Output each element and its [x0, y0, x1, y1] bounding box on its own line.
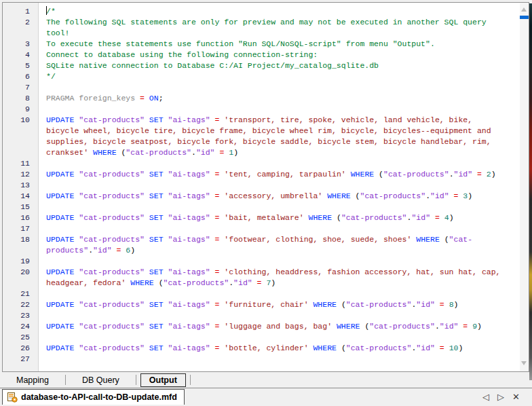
code-row: 24UPDATE "cat-products" SET "ai-tags" = … — [3, 321, 519, 332]
line-number — [3, 245, 30, 256]
token-identifier: "cat- — [449, 235, 473, 244]
token-operator: = — [140, 94, 145, 103]
token-plain — [145, 115, 149, 124]
token-gray: PRAGMA foreign_keys — [46, 94, 140, 103]
line-number: 27 — [3, 354, 30, 365]
code-row: supplies, bicycle seatpost, bicycle fork… — [3, 136, 519, 147]
line-number: 5 — [3, 60, 30, 71]
scroll-down-arrow-icon[interactable] — [521, 361, 527, 365]
code-line: UPDATE "cat-products" SET "ai-tags" = 'b… — [30, 343, 463, 354]
code-line: supplies, bicycle seatpost, bicycle fork… — [30, 136, 491, 147]
token-identifier: "cat-products" — [79, 267, 145, 276]
token-plain: ; — [159, 94, 164, 103]
token-plain — [449, 191, 454, 200]
tab-output[interactable]: Output — [140, 373, 186, 387]
line-number: 6 — [3, 71, 30, 82]
token-identifier: "id" — [440, 322, 459, 331]
scroll-up-arrow-icon[interactable] — [521, 7, 527, 12]
line-number: 13 — [3, 180, 30, 191]
token-keyword: SET — [149, 267, 164, 276]
code-line: PRAGMA foreign_keys = ON; — [30, 93, 164, 104]
token-identifier: "cat-products" — [79, 235, 145, 244]
code-line — [30, 310, 46, 321]
token-plain: ) — [491, 170, 496, 179]
code-line — [30, 289, 46, 299]
token-identifier: "id" — [196, 148, 215, 157]
token-keyword: SET — [149, 115, 164, 124]
token-identifier: "id" — [454, 170, 473, 179]
token-plain — [145, 170, 149, 179]
token-keyword: WHERE — [130, 278, 154, 287]
code-row: 26UPDATE "cat-products" SET "ai-tags" = … — [3, 343, 519, 354]
sql-code-area[interactable]: 1/*2The following SQL statements are onl… — [3, 6, 519, 365]
code-line: SQLite native connection to Database C:/… — [30, 60, 379, 71]
token-comment: SQLite native connection to Database C:/… — [46, 61, 379, 70]
token-plain — [145, 267, 149, 276]
token-plain — [440, 213, 444, 222]
token-keyword: WHERE — [313, 344, 337, 352]
tab-scroll-controls: ◁ ▷ ✕ — [482, 390, 520, 404]
token-plain: ( — [440, 235, 449, 244]
vertical-scrollbar[interactable] — [520, 3, 529, 371]
code-line: UPDATE "cat-products" SET "ai-tags" = 'b… — [30, 213, 454, 223]
line-number: 24 — [3, 321, 30, 332]
token-identifier: "id" — [93, 246, 112, 255]
code-line — [30, 202, 46, 213]
code-row: 21 — [3, 289, 519, 299]
tab-separator — [136, 375, 136, 385]
document-tab-active[interactable]: database-to-API-call-to-DB-update.mfd — [2, 389, 185, 405]
code-row: 23 — [3, 310, 519, 321]
code-line: UPDATE "cat-products" SET "ai-tags" = 'f… — [30, 234, 472, 245]
document-tab-bar: database-to-API-call-to-DB-update.mfd ◁ … — [0, 388, 532, 406]
line-number: 16 — [3, 213, 30, 223]
mapforce-output-window: { "colors": { "accent_scroll_thumb": "#0… — [0, 0, 532, 406]
code-row: 12UPDATE "cat-products" SET "ai-tags" = … — [3, 169, 519, 180]
token-comment: To execute these statements use function… — [46, 39, 435, 48]
code-row: 14UPDATE "cat-products" SET "ai-tags" = … — [3, 191, 519, 202]
token-keyword: UPDATE — [46, 322, 74, 331]
token-plain: ( — [154, 278, 164, 287]
token-plain: ( — [360, 322, 369, 331]
tab-db-query[interactable]: DB Query — [66, 374, 136, 386]
token-identifier: "ai-tags" — [168, 267, 210, 276]
code-row: 10UPDATE "cat-products" SET "ai-tags" = … — [3, 115, 519, 126]
code-line — [30, 82, 46, 93]
token-plain — [145, 235, 149, 244]
token-plain — [210, 267, 215, 276]
line-number: 4 — [3, 50, 30, 60]
tab-mapping[interactable]: Mapping — [0, 374, 65, 386]
token-comment: /* — [46, 7, 56, 16]
line-number: 20 — [3, 267, 30, 278]
token-plain: ) — [477, 322, 482, 331]
code-row: 13 — [3, 180, 519, 191]
token-string: 'bait, metalware' — [224, 213, 303, 222]
line-number: 23 — [3, 310, 30, 321]
tab-scroll-left-icon[interactable]: ◁ — [482, 390, 489, 404]
token-number: 8 — [449, 300, 454, 309]
token-identifier: "ai-tags" — [168, 191, 210, 200]
token-keyword: WHERE — [313, 300, 337, 309]
token-plain — [145, 322, 149, 331]
code-row: 3To execute these statements use functio… — [3, 39, 519, 50]
token-comment: tool! — [46, 29, 70, 37]
scrollbar-thumb[interactable] — [520, 16, 529, 19]
tab-close-icon[interactable]: ✕ — [512, 390, 520, 404]
token-identifier: "cat-products" — [346, 344, 412, 352]
token-plain — [430, 213, 435, 222]
token-string: 'bottle, cylinder' — [224, 344, 308, 352]
token-identifier: "ai-tags" — [168, 170, 210, 179]
token-plain: ) — [271, 278, 276, 287]
line-number: 1 — [3, 6, 30, 17]
sql-output-editor[interactable]: 1/*2The following SQL statements are onl… — [2, 2, 529, 372]
line-number — [3, 136, 30, 147]
token-identifier: "cat-products" — [79, 213, 145, 222]
token-keyword: SET — [149, 170, 164, 179]
line-number: 17 — [3, 223, 30, 234]
tab-scroll-right-icon[interactable]: ▷ — [497, 390, 504, 404]
token-keyword: SET — [149, 322, 164, 331]
token-identifier: "cat-products" — [164, 278, 229, 287]
token-identifier: "cat-products" — [360, 191, 426, 200]
token-plain: ( — [117, 148, 126, 157]
token-number: 2 — [487, 170, 491, 179]
token-identifier: "cat-products" — [369, 322, 435, 331]
